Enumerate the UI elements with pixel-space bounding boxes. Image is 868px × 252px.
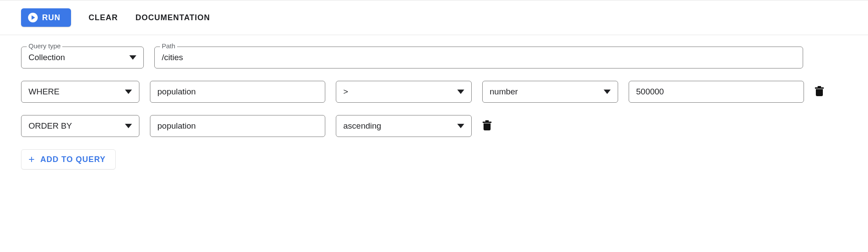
chevron-down-icon (604, 90, 611, 94)
query-type-legend: Query type (27, 42, 62, 50)
play-icon (28, 13, 38, 22)
path-input-field[interactable]: Path (154, 47, 803, 68)
add-row: + ADD TO QUERY (21, 149, 847, 169)
orderby-direction-value: ascending (343, 121, 452, 131)
query-type-path-row: Query type Collection Path (21, 47, 847, 68)
documentation-link[interactable]: DOCUMENTATION (135, 13, 210, 22)
orderby-clause-select[interactable]: ORDER BY (21, 115, 139, 137)
orderby-field[interactable] (157, 121, 318, 131)
where-type-value: number (490, 87, 598, 97)
run-button[interactable]: RUN (21, 8, 71, 27)
delete-where-button[interactable] (815, 87, 824, 96)
where-value-input[interactable] (629, 81, 804, 103)
where-operator-select[interactable]: > (336, 81, 472, 103)
chevron-down-icon (457, 124, 464, 128)
chevron-down-icon (125, 124, 132, 128)
where-row: WHERE > number (21, 81, 847, 103)
clear-button[interactable]: CLEAR (89, 13, 118, 22)
toolbar: RUN CLEAR DOCUMENTATION (0, 0, 868, 35)
orderby-clause-label: ORDER BY (28, 121, 120, 131)
where-type-select[interactable]: number (482, 81, 618, 103)
orderby-direction-select[interactable]: ascending (336, 115, 472, 137)
query-builder: Query type Collection Path WHERE > numbe… (0, 35, 868, 181)
where-field[interactable] (157, 87, 318, 97)
orderby-field-input[interactable] (150, 115, 325, 137)
trash-icon (483, 122, 491, 123)
path-input[interactable] (162, 53, 796, 62)
where-field-input[interactable] (150, 81, 325, 103)
add-to-query-label: ADD TO QUERY (40, 155, 106, 164)
orderby-row: ORDER BY ascending (21, 115, 847, 137)
chevron-down-icon (457, 90, 464, 94)
trash-icon (815, 87, 824, 89)
query-type-select[interactable]: Query type Collection (21, 47, 144, 68)
run-label: RUN (42, 13, 60, 22)
delete-orderby-button[interactable] (482, 122, 492, 130)
where-operator-value: > (343, 87, 452, 97)
where-value[interactable] (636, 87, 797, 97)
chevron-down-icon (125, 90, 132, 94)
add-to-query-button[interactable]: + ADD TO QUERY (21, 149, 116, 169)
where-clause-label: WHERE (28, 87, 120, 97)
path-legend: Path (160, 42, 177, 50)
plus-icon: + (28, 154, 35, 165)
query-type-value: Collection (28, 53, 124, 62)
chevron-down-icon (129, 55, 136, 60)
where-clause-select[interactable]: WHERE (21, 81, 139, 103)
